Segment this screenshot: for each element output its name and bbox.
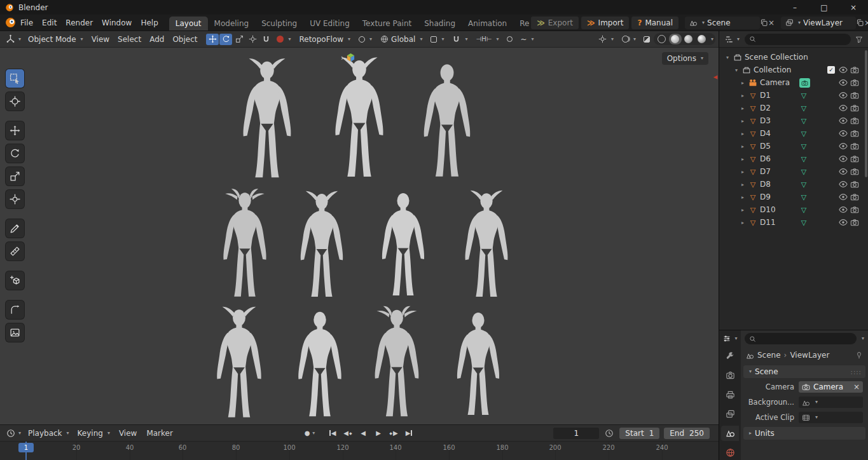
disable-in-renders-icon[interactable] <box>850 91 859 100</box>
play-reverse-button[interactable]: ◀ <box>356 428 370 439</box>
hide-in-viewport-icon[interactable] <box>839 104 848 112</box>
pivot-point-dropdown[interactable]: ▾ <box>427 35 448 44</box>
proportional-editing-dropdown[interactable]: ▾ <box>355 35 376 44</box>
scale-tool[interactable] <box>6 167 24 186</box>
creature-model-d8[interactable] <box>204 306 274 421</box>
rendered-shading-button[interactable] <box>696 34 708 44</box>
viewport-editor-type-button[interactable]: ▾ <box>3 33 24 45</box>
creature-model-d4[interactable] <box>211 189 279 301</box>
tab-render[interactable] <box>721 368 739 382</box>
menu-file[interactable]: File <box>16 17 38 29</box>
expand-icon[interactable]: ▸ <box>740 169 746 175</box>
creature-model-d9[interactable] <box>286 307 354 421</box>
hide-in-viewport-icon[interactable] <box>839 78 848 87</box>
transform-tool[interactable] <box>6 190 24 208</box>
outliner-row-scene-collection[interactable]: ▾ Scene Collection <box>719 51 868 64</box>
timeline-editor-type-button[interactable]: ▾ <box>4 428 24 439</box>
expand-icon[interactable]: ▸ <box>740 118 746 124</box>
menu-view[interactable]: View <box>88 33 113 46</box>
collection-checkbox[interactable]: ✓ <box>827 66 835 74</box>
creature-model-d2[interactable] <box>322 55 397 182</box>
timeline-ruler[interactable]: 20 40 60 80 100 120 140 160 180 200 220 … <box>0 441 719 460</box>
cursor-tool[interactable] <box>6 92 24 111</box>
expand-icon[interactable]: ▸ <box>740 220 746 226</box>
select-box-tool[interactable] <box>6 69 24 88</box>
outliner-row-d9[interactable]: ▸▽D9▽ <box>719 191 868 203</box>
tab-uv-editing[interactable]: UV Editing <box>303 17 356 30</box>
outliner-scrollbar[interactable] <box>865 50 867 177</box>
creature-model-d1[interactable] <box>230 57 305 182</box>
jump-to-end-button[interactable]: ▶ <box>402 428 416 439</box>
hide-in-viewport-icon[interactable] <box>839 205 848 214</box>
disable-in-renders-icon[interactable] <box>850 116 859 125</box>
outliner-row-d10[interactable]: ▸▽D10▽ <box>719 203 868 216</box>
start-frame-field[interactable]: Start1 <box>619 428 659 439</box>
properties-search-input[interactable] <box>759 335 852 343</box>
hide-in-viewport-icon[interactable] <box>839 142 848 151</box>
hide-in-viewport-icon[interactable] <box>839 167 848 176</box>
object-mode-dropdown[interactable]: Object Mode▾ <box>24 34 87 45</box>
menu-help[interactable]: Help <box>136 17 162 29</box>
expand-icon[interactable]: ▸ <box>740 93 746 98</box>
disable-in-renders-icon[interactable] <box>850 129 859 138</box>
creature-model-d11[interactable] <box>445 306 511 421</box>
outliner-row-d8[interactable]: ▸▽D8▽ <box>719 178 868 191</box>
snap-settings-dropdown[interactable]: ▾ <box>448 34 471 44</box>
creature-model-d7[interactable] <box>453 189 520 301</box>
proportional-falloff-dropdown[interactable]: ~▾ <box>516 34 537 45</box>
auto-keying-toggle[interactable]: ●▾ <box>303 428 317 439</box>
disable-in-renders-icon[interactable] <box>850 193 859 201</box>
units-panel-header[interactable]: ▸ Units <box>743 427 865 440</box>
gizmo-rotate-toggle[interactable] <box>219 34 232 45</box>
options-dropdown[interactable]: Options▾ <box>662 52 708 65</box>
expand-icon[interactable]: ▾ <box>724 55 731 60</box>
playback-dropdown[interactable]: Playback▾ <box>24 428 73 439</box>
measure-tool[interactable] <box>6 242 24 260</box>
properties-editor-type-button[interactable]: ▾ <box>720 333 740 344</box>
outliner-row-d2[interactable]: ▸▽D2▽ <box>719 102 868 114</box>
next-keyframe-button[interactable]: ◆▶ <box>387 428 401 439</box>
gizmo-extra-toggle[interactable] <box>246 34 259 45</box>
tab-texture-paint[interactable]: Texture Paint <box>356 17 418 30</box>
hide-in-viewport-icon[interactable] <box>839 129 848 138</box>
outliner-search-input[interactable] <box>759 35 846 43</box>
creature-model-d6[interactable] <box>370 188 436 301</box>
expand-icon[interactable]: ▸ <box>740 105 746 111</box>
outliner-row-d5[interactable]: ▸▽D5▽ <box>719 140 868 152</box>
wireframe-shading-button[interactable] <box>656 34 668 44</box>
panel-drag-dots-icon[interactable]: :::: <box>851 369 862 375</box>
prev-keyframe-button[interactable]: ◀◆ <box>341 428 355 439</box>
active-clip-field[interactable]: ▾ <box>799 412 863 423</box>
breadcrumb-viewlayer[interactable]: ViewLayer <box>790 351 829 360</box>
expand-icon[interactable]: ▸ <box>740 182 746 187</box>
remove-viewlayer-button[interactable]: × <box>864 17 868 29</box>
proportional-edit-toggle[interactable] <box>503 34 516 45</box>
export-button[interactable]: ≫Export <box>531 17 579 29</box>
new-scene-button[interactable] <box>760 17 768 29</box>
background-set-field[interactable]: ▾ <box>799 396 863 408</box>
expand-icon[interactable]: ▸ <box>740 144 746 149</box>
expand-icon[interactable]: ▸ <box>740 156 746 162</box>
tab-sculpting[interactable]: Sculpting <box>255 17 303 30</box>
menu-view-timeline[interactable]: View <box>114 427 141 440</box>
import-button[interactable]: ≫Import <box>581 17 629 29</box>
tab-modeling[interactable]: Modeling <box>208 17 256 30</box>
maximize-button[interactable]: □ <box>809 0 839 15</box>
clear-camera-icon[interactable]: × <box>853 382 860 391</box>
manual-button[interactable]: ?Manual <box>631 17 679 29</box>
menu-marker[interactable]: Marker <box>142 427 177 440</box>
tab-animation[interactable]: Animation <box>462 17 513 30</box>
scene-selector[interactable]: ▾ Scene <box>685 17 760 29</box>
addon-pie-dropdown[interactable]: ▾ <box>273 34 294 44</box>
hide-in-viewport-icon[interactable] <box>839 154 848 163</box>
outliner-editor-type-button[interactable]: ▾ <box>722 34 742 45</box>
menu-window[interactable]: Window <box>97 17 136 29</box>
scene-camera-field[interactable]: Camera × <box>799 381 863 393</box>
disable-in-renders-icon[interactable] <box>850 65 859 74</box>
hide-in-viewport-icon[interactable] <box>839 91 848 100</box>
tab-tool[interactable] <box>721 349 739 363</box>
end-frame-field[interactable]: End250 <box>664 428 710 439</box>
tab-rendering[interactable]: Re <box>513 17 530 30</box>
outliner-row-camera[interactable]: ▸ Camera <box>719 76 868 89</box>
viewport-gizmo-cube[interactable]: › <box>341 53 355 62</box>
